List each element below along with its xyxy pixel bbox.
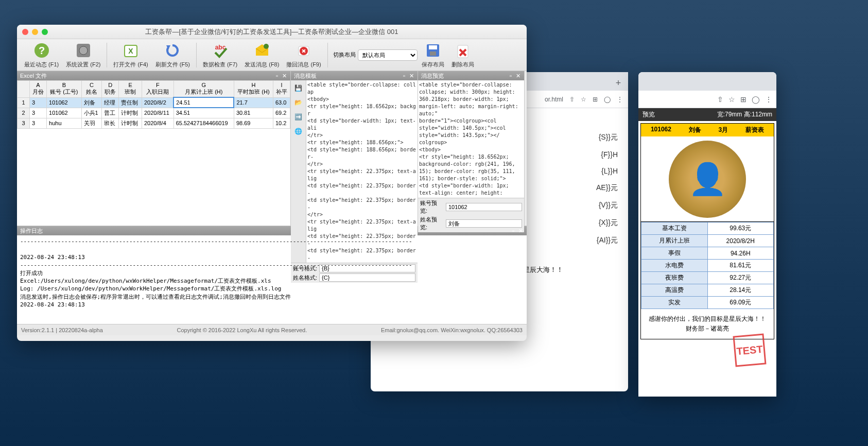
panel-min-icon[interactable]: ▫ — [403, 73, 408, 78]
delete-layout-button[interactable]: 删除布局 — [448, 40, 477, 70]
panel-close-icon[interactable]: ✕ — [282, 73, 287, 78]
share-icon[interactable]: ⇧ — [569, 96, 575, 103]
stamp: TEST — [733, 333, 766, 367]
table-row: 夜班费92.27元 — [641, 272, 774, 284]
star-icon[interactable]: ☆ — [728, 95, 735, 104]
panel-min-icon[interactable]: ▫ — [512, 228, 517, 233]
toolbar: ? 最近动态 (F1) 系统设置 (F2) X 打开文件 (F4) 刷新文件 (… — [17, 39, 527, 71]
svg-text:?: ? — [39, 45, 45, 56]
account-preview-input — [446, 203, 522, 211]
settings-button[interactable]: 系统设置 (F2) — [63, 40, 103, 70]
maximize-icon[interactable] — [42, 29, 48, 35]
share-icon[interactable]: ⇧ — [717, 95, 723, 104]
recall-message-button[interactable]: 撤回消息 (F9) — [283, 40, 324, 70]
panel-min-icon[interactable]: ▫ — [510, 73, 515, 78]
preview-content: <table style="border-collapse: collapse;… — [418, 80, 524, 198]
window-title: 工资条帮—[基于企业微信/钉钉的工资条发送工具]—工资条帮测试企业—企业微信 0… — [21, 27, 523, 37]
table-row[interactable]: 23101062小兵1普工计时制2020/8/1134.5130.8169.2 — [18, 108, 290, 118]
table-row[interactable]: 13101062刘备经理责任制2020/8/224.5121.763.0 — [18, 97, 290, 108]
profile-icon[interactable]: ◯ — [752, 95, 760, 104]
menu-icon[interactable]: ⋮ — [617, 96, 623, 103]
titlebar: 工资条帮—[基于企业微信/钉钉的工资条发送工具]—工资条帮测试企业—企业微信 0… — [17, 25, 527, 39]
puzzle-icon[interactable]: ⊞ — [740, 95, 747, 104]
log-body[interactable]: ----------------------------------------… — [17, 235, 527, 324]
copyright-text: Copyright © 2016-2022 LongXu All rights … — [177, 327, 307, 333]
star-icon[interactable]: ☆ — [581, 96, 586, 103]
switch-layout-label: 切换布局 — [333, 51, 356, 59]
layout-select[interactable]: 默认布局 — [358, 49, 418, 61]
profile-icon[interactable]: ◯ — [604, 96, 611, 103]
template-globe-icon[interactable]: 🌐 — [293, 126, 304, 137]
new-tab-button[interactable]: + — [613, 77, 624, 89]
template-export-icon[interactable]: ➡️ — [293, 111, 304, 123]
table-row: 事假94.26H — [641, 247, 774, 260]
table-row[interactable]: 33huhu关羽班长计时制2020/8/465.5242718446601998… — [18, 118, 290, 128]
template-open-icon[interactable]: 📂 — [293, 97, 304, 108]
minimize-icon[interactable] — [32, 29, 38, 35]
version-text: Version:2.1.1 | 20220824a-alpha — [21, 327, 103, 333]
recent-button[interactable]: ? 最近动态 (F1) — [21, 40, 62, 70]
excel-panel-header: Excel 文件▫✕ — [17, 71, 290, 80]
table-row: 基本工资99.63元 — [641, 222, 774, 235]
name-format-input[interactable] — [319, 273, 415, 282]
svg-point-7 — [264, 44, 269, 49]
svg-text:X: X — [128, 47, 133, 55]
svg-point-3 — [79, 46, 88, 55]
table-row: 月累计上班2020/8/2H — [641, 235, 774, 247]
preview-thanks: 感谢你的付出，我们的目标是星辰大海！！ — [643, 314, 772, 324]
panel-close-icon[interactable]: ✕ — [516, 73, 521, 78]
preview-browser: ⇧ ☆ ⊞ ◯ ⋮ 预览 宽:79mm 高:112mm 101062刘备3月薪资… — [638, 72, 776, 397]
table-row: 高温费28.14元 — [641, 284, 774, 297]
save-layout-button[interactable]: 保存布局 — [419, 40, 447, 70]
svg-rect-12 — [430, 52, 436, 56]
template-save-icon[interactable]: 💾 — [293, 82, 304, 94]
excel-grid[interactable]: A月份B账号 (工号)C姓名D职务E班制F入职日期G月累计上班 (H)H平时加班… — [17, 80, 290, 226]
data-check-button[interactable]: abc 数据检查 (F7) — [200, 40, 240, 70]
name-preview-input — [446, 219, 522, 228]
preview-dims: 宽:79mm 高:112mm — [717, 110, 772, 119]
template-panel-header: 消息模板▫✕ — [291, 71, 418, 80]
refresh-button[interactable]: 刷新文件 (F5) — [152, 40, 193, 70]
preview-dept: 财务部－诸葛亮 — [643, 324, 772, 334]
preview-panel-header: 消息预览▫✕ — [418, 71, 524, 80]
template-content[interactable]: <table style="border-collapse: collap <t… — [306, 80, 418, 263]
avatar: 👤 — [641, 136, 774, 222]
contact-text: Email:gnolux@qq.com. WeiXin:wxgnolux. QQ… — [381, 327, 523, 333]
puzzle-icon[interactable]: ⊞ — [593, 96, 598, 103]
panel-close-icon[interactable]: ✕ — [409, 73, 414, 78]
preview-label: 预览 — [643, 110, 655, 119]
main-window: 工资条帮—[基于企业微信/钉钉的工资条发送工具]—工资条帮测试企业—企业微信 0… — [17, 25, 527, 341]
panel-min-icon[interactable]: ▫ — [276, 73, 281, 78]
statusbar: Version:2.1.1 | 20220824a-alpha Copyrigh… — [17, 324, 527, 335]
table-row: 实发69.09元 — [641, 297, 774, 309]
menu-icon[interactable]: ⋮ — [765, 95, 772, 104]
svg-rect-11 — [429, 45, 437, 49]
table-row: 水电费81.61元 — [641, 260, 774, 272]
send-message-button[interactable]: 发送消息 (F8) — [241, 40, 282, 70]
close-icon[interactable] — [22, 29, 28, 35]
panel-close-icon[interactable]: ✕ — [518, 228, 524, 233]
address-tail: or.html — [545, 96, 563, 103]
open-file-button[interactable]: X 打开文件 (F4) — [110, 40, 151, 70]
